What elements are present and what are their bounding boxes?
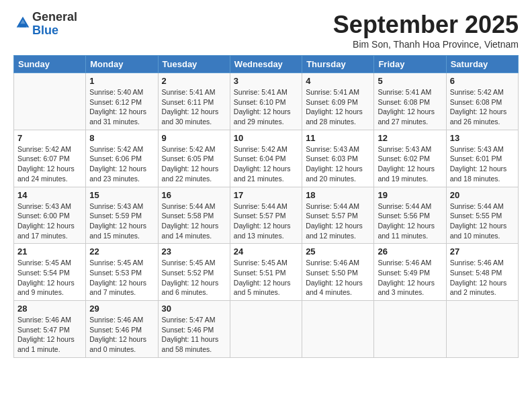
day-info: Sunrise: 5:44 AM Sunset: 5:56 PM Dayligh…	[378, 201, 442, 241]
day-number: 12	[378, 133, 442, 143]
day-info: Sunrise: 5:44 AM Sunset: 5:57 PM Dayligh…	[306, 201, 370, 241]
day-number: 9	[162, 133, 226, 143]
day-info: Sunrise: 5:45 AM Sunset: 5:54 PM Dayligh…	[17, 258, 82, 298]
calendar-cell: 10Sunrise: 5:42 AM Sunset: 6:04 PM Dayli…	[230, 130, 302, 187]
calendar-cell: 14Sunrise: 5:43 AM Sunset: 6:00 PM Dayli…	[14, 187, 86, 244]
calendar-cell: 22Sunrise: 5:45 AM Sunset: 5:53 PM Dayli…	[86, 244, 158, 301]
calendar-cell: 7Sunrise: 5:42 AM Sunset: 6:07 PM Daylig…	[14, 130, 86, 187]
day-number: 25	[306, 246, 370, 257]
day-number: 1	[89, 76, 154, 86]
calendar-week-row: 21Sunrise: 5:45 AM Sunset: 5:54 PM Dayli…	[14, 244, 519, 301]
day-number: 7	[17, 133, 82, 143]
day-info: Sunrise: 5:43 AM Sunset: 5:59 PM Dayligh…	[89, 201, 154, 241]
day-info: Sunrise: 5:41 AM Sunset: 6:11 PM Dayligh…	[162, 87, 226, 127]
calendar-cell: 5Sunrise: 5:41 AM Sunset: 6:08 PM Daylig…	[374, 73, 446, 130]
day-number: 11	[306, 133, 370, 143]
day-number: 23	[162, 246, 226, 257]
day-info: Sunrise: 5:41 AM Sunset: 6:09 PM Dayligh…	[306, 87, 370, 127]
calendar-cell: 29Sunrise: 5:46 AM Sunset: 5:46 PM Dayli…	[86, 301, 158, 358]
day-info: Sunrise: 5:46 AM Sunset: 5:48 PM Dayligh…	[450, 258, 515, 298]
day-info: Sunrise: 5:42 AM Sunset: 6:06 PM Dayligh…	[89, 144, 154, 184]
day-number: 19	[378, 190, 442, 200]
day-number: 30	[162, 304, 226, 314]
weekday-header-sunday: Sunday	[14, 56, 86, 73]
calendar-cell: 4Sunrise: 5:41 AM Sunset: 6:09 PM Daylig…	[302, 73, 374, 130]
day-number: 28	[17, 304, 82, 314]
calendar-cell: 27Sunrise: 5:46 AM Sunset: 5:48 PM Dayli…	[446, 244, 518, 301]
day-info: Sunrise: 5:44 AM Sunset: 5:57 PM Dayligh…	[234, 201, 298, 241]
day-info: Sunrise: 5:42 AM Sunset: 6:07 PM Dayligh…	[17, 144, 82, 184]
calendar-cell: 6Sunrise: 5:42 AM Sunset: 6:08 PM Daylig…	[446, 73, 518, 130]
day-number: 4	[306, 76, 370, 86]
day-number: 5	[378, 76, 442, 86]
calendar-cell: 26Sunrise: 5:46 AM Sunset: 5:49 PM Dayli…	[374, 244, 446, 301]
logo-icon	[15, 15, 31, 31]
svg-rect-2	[19, 24, 27, 27]
calendar-cell: 18Sunrise: 5:44 AM Sunset: 5:57 PM Dayli…	[302, 187, 374, 244]
calendar-cell: 13Sunrise: 5:43 AM Sunset: 6:01 PM Dayli…	[446, 130, 518, 187]
day-number: 20	[450, 190, 515, 200]
day-info: Sunrise: 5:43 AM Sunset: 6:03 PM Dayligh…	[306, 144, 370, 184]
day-info: Sunrise: 5:43 AM Sunset: 6:01 PM Dayligh…	[450, 144, 515, 184]
calendar-cell: 24Sunrise: 5:45 AM Sunset: 5:51 PM Dayli…	[230, 244, 302, 301]
calendar-week-row: 1Sunrise: 5:40 AM Sunset: 6:12 PM Daylig…	[14, 73, 519, 130]
calendar-cell: 30Sunrise: 5:47 AM Sunset: 5:46 PM Dayli…	[158, 301, 230, 358]
day-number: 24	[234, 246, 298, 257]
calendar-week-row: 7Sunrise: 5:42 AM Sunset: 6:07 PM Daylig…	[14, 130, 519, 187]
day-info: Sunrise: 5:43 AM Sunset: 6:00 PM Dayligh…	[17, 201, 82, 241]
weekday-header-tuesday: Tuesday	[158, 56, 230, 73]
calendar-cell	[374, 301, 446, 358]
day-number: 26	[378, 246, 442, 257]
calendar-table: SundayMondayTuesdayWednesdayThursdayFrid…	[13, 55, 519, 358]
calendar-cell: 8Sunrise: 5:42 AM Sunset: 6:06 PM Daylig…	[86, 130, 158, 187]
day-info: Sunrise: 5:46 AM Sunset: 5:49 PM Dayligh…	[378, 258, 442, 298]
day-info: Sunrise: 5:44 AM Sunset: 5:58 PM Dayligh…	[162, 201, 226, 241]
calendar-cell: 1Sunrise: 5:40 AM Sunset: 6:12 PM Daylig…	[86, 73, 158, 130]
calendar-cell: 23Sunrise: 5:45 AM Sunset: 5:52 PM Dayli…	[158, 244, 230, 301]
location-title: Bim Son, Thanh Hoa Province, Vietnam	[333, 39, 519, 50]
calendar-cell: 3Sunrise: 5:41 AM Sunset: 6:10 PM Daylig…	[230, 73, 302, 130]
day-number: 8	[89, 133, 154, 143]
calendar-cell: 9Sunrise: 5:42 AM Sunset: 6:05 PM Daylig…	[158, 130, 230, 187]
day-info: Sunrise: 5:45 AM Sunset: 5:53 PM Dayligh…	[89, 258, 154, 298]
day-info: Sunrise: 5:43 AM Sunset: 6:02 PM Dayligh…	[378, 144, 442, 184]
day-info: Sunrise: 5:42 AM Sunset: 6:05 PM Dayligh…	[162, 144, 226, 184]
day-number: 3	[234, 76, 298, 86]
calendar-cell: 16Sunrise: 5:44 AM Sunset: 5:58 PM Dayli…	[158, 187, 230, 244]
day-number: 15	[89, 190, 154, 200]
calendar-cell: 25Sunrise: 5:46 AM Sunset: 5:50 PM Dayli…	[302, 244, 374, 301]
weekday-header-saturday: Saturday	[446, 56, 518, 73]
day-info: Sunrise: 5:40 AM Sunset: 6:12 PM Dayligh…	[89, 87, 154, 127]
calendar-cell: 12Sunrise: 5:43 AM Sunset: 6:02 PM Dayli…	[374, 130, 446, 187]
day-number: 14	[17, 190, 82, 200]
title-block: September 2025 Bim Son, Thanh Hoa Provin…	[333, 11, 519, 50]
weekday-header-monday: Monday	[86, 56, 158, 73]
calendar-cell	[14, 73, 86, 130]
day-number: 21	[17, 246, 82, 257]
logo: General Blue	[13, 11, 77, 38]
weekday-header-row: SundayMondayTuesdayWednesdayThursdayFrid…	[14, 56, 519, 73]
weekday-header-friday: Friday	[374, 56, 446, 73]
day-number: 13	[450, 133, 515, 143]
calendar-week-row: 28Sunrise: 5:46 AM Sunset: 5:47 PM Dayli…	[14, 301, 519, 358]
day-number: 27	[450, 246, 515, 257]
day-info: Sunrise: 5:46 AM Sunset: 5:46 PM Dayligh…	[89, 315, 154, 355]
day-info: Sunrise: 5:46 AM Sunset: 5:50 PM Dayligh…	[306, 258, 370, 298]
calendar-cell: 15Sunrise: 5:43 AM Sunset: 5:59 PM Dayli…	[86, 187, 158, 244]
weekday-header-thursday: Thursday	[302, 56, 374, 73]
day-number: 18	[306, 190, 370, 200]
day-number: 22	[89, 246, 154, 257]
calendar-cell: 19Sunrise: 5:44 AM Sunset: 5:56 PM Dayli…	[374, 187, 446, 244]
day-number: 10	[234, 133, 298, 143]
day-info: Sunrise: 5:47 AM Sunset: 5:46 PM Dayligh…	[162, 315, 226, 355]
day-info: Sunrise: 5:41 AM Sunset: 6:08 PM Dayligh…	[378, 87, 442, 127]
logo-text: General Blue	[32, 11, 77, 38]
day-info: Sunrise: 5:44 AM Sunset: 5:55 PM Dayligh…	[450, 201, 515, 241]
day-info: Sunrise: 5:42 AM Sunset: 6:04 PM Dayligh…	[234, 144, 298, 184]
calendar-cell: 20Sunrise: 5:44 AM Sunset: 5:55 PM Dayli…	[446, 187, 518, 244]
day-info: Sunrise: 5:42 AM Sunset: 6:08 PM Dayligh…	[450, 87, 515, 127]
calendar-week-row: 14Sunrise: 5:43 AM Sunset: 6:00 PM Dayli…	[14, 187, 519, 244]
calendar-cell: 17Sunrise: 5:44 AM Sunset: 5:57 PM Dayli…	[230, 187, 302, 244]
day-info: Sunrise: 5:46 AM Sunset: 5:47 PM Dayligh…	[17, 315, 82, 355]
day-number: 29	[89, 304, 154, 314]
